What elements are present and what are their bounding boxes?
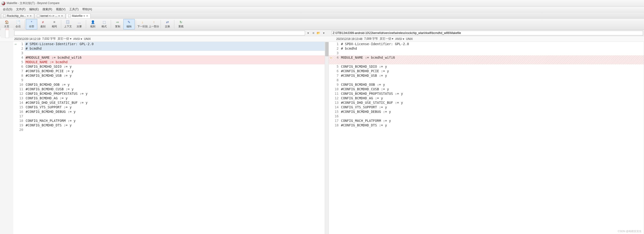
toolbar-差别-button[interactable]: ≠差别 — [37, 19, 49, 30]
toolbar-相同-button[interactable]: =相同 — [49, 19, 60, 30]
code-line[interactable]: 17 — [13, 114, 328, 119]
code-line[interactable]: 7#CONFIG_BCMDHD_USB := y — [329, 73, 644, 78]
code-line[interactable]: 5CONFIG_BCMDHD_SDIO := y — [329, 64, 644, 69]
code-line[interactable]: 6#CONFIG_BCMDHD_PCIE := y — [329, 69, 644, 73]
code-line[interactable]: 17CONFIG_MACH_PLATFORM := y — [329, 119, 644, 123]
close-icon[interactable]: × — [86, 14, 88, 18]
line-marker-icon — [329, 123, 334, 128]
toolbar-复制-button[interactable]: ⇨复制 — [112, 19, 123, 30]
code-text: #CONFIG_BCMDHD_PCIE := y — [25, 69, 328, 73]
code-line[interactable]: 1# SPDX-License-Identifier: GPL-2.0 — [329, 42, 644, 46]
left-encoding-dropdown[interactable]: ANSI ▾ — [73, 37, 82, 41]
code-line[interactable]: 16 — [329, 114, 644, 119]
left-folder-dropdown-icon[interactable]: ▾ — [322, 31, 326, 35]
code-line[interactable]: 12CONFIG_BCMDHD_PROPTXSTATUS := y — [13, 91, 328, 96]
right-encoding-dropdown[interactable]: ANSI ▾ — [395, 37, 404, 41]
toolbar-label: 交换 — [165, 25, 170, 28]
code-line[interactable]: 7#CONFIG_BCMDHD_PCIE := y — [13, 69, 328, 73]
toolbar-上一部分-button[interactable]: ↑上一部分 — [148, 19, 160, 30]
code-text: CONFIG_BCMDHD_AG := y — [25, 96, 328, 101]
menu-item[interactable]: 视图(V) — [54, 7, 67, 12]
toolbar-规则-button[interactable]: 👤规则 — [87, 19, 98, 30]
left-code[interactable]: ⇨1# SPDX-License-Identifier: GPL-2.02# b… — [13, 42, 328, 234]
right-code[interactable]: 1# SPDX-License-Identifier: GPL-2.02# bc… — [329, 42, 644, 234]
code-line[interactable]: 13#CONFIG_DHD_USE_STATIC_BUF := y — [329, 101, 644, 105]
code-line[interactable]: 10#CONFIG_BCMDHD_CUSB := y — [329, 87, 644, 91]
menu-item[interactable]: 文件(F) — [14, 7, 27, 12]
line-marker-icon — [13, 91, 18, 96]
close-icon[interactable]: × — [61, 14, 63, 18]
toolbar-次要-button[interactable]: …次要 — [74, 19, 85, 30]
code-line[interactable]: 9 — [13, 78, 328, 82]
code-text: CONFIG_BCMDHD_PROPTXSTATUS := y — [340, 91, 644, 96]
session-tab[interactable]: Rockchip_An...▾× — [1, 13, 34, 18]
toolbar-下一区段-button[interactable]: ↓下一区段 — [137, 19, 148, 30]
left-extra-dropdown[interactable]: 其它一切 ▾ — [58, 37, 71, 41]
content: ⇨1# SPDX-License-Identifier: GPL-2.02# b… — [0, 42, 644, 234]
tab-dropdown-icon[interactable]: ▾ — [27, 14, 28, 18]
toolbar-格式-button[interactable]: ⬚格式 — [98, 19, 110, 30]
toolbar-上下文-button[interactable]: ⿴上下文 — [62, 19, 74, 30]
toolbar-编辑-button[interactable]: ✎编辑 — [123, 19, 135, 30]
code-line[interactable]: 12CONFIG_BCMDHD_AG := y — [329, 96, 644, 101]
right-path-input[interactable] — [332, 31, 643, 35]
code-line[interactable]: 2# bcmdhd — [329, 46, 644, 51]
menu-item[interactable]: 工具(T) — [67, 7, 80, 12]
left-scrollbar[interactable] — [325, 42, 328, 234]
line-number: 8 — [18, 73, 25, 78]
session-tab[interactable]: Makefile▾× — [66, 13, 90, 18]
menu-item[interactable]: 编辑(E) — [27, 7, 40, 12]
code-line[interactable]: 2# bcmdhd — [13, 46, 328, 51]
code-line[interactable]: 10CONFIG_BCMDHD_OOB := y — [13, 82, 328, 87]
code-line[interactable]: 6CONFIG_BCMDHD_SDIO := y — [13, 64, 328, 69]
code-text — [340, 114, 644, 119]
code-text: MODULE_NAME := bcmdhd_wifi6 — [340, 55, 644, 60]
code-line[interactable]: 4#MODULE_NAME := bcmdhd_wifi6 — [13, 55, 328, 60]
code-line[interactable]: 8 — [329, 78, 644, 82]
tab-dropdown-icon[interactable]: ▾ — [84, 14, 85, 18]
code-line[interactable]: 14CONFIG_VTS_SUPPORT := y — [329, 105, 644, 110]
line-marker-icon — [329, 42, 334, 46]
menu-item[interactable]: 帮助(H) — [80, 7, 94, 12]
tab-dropdown-icon[interactable]: ▾ — [58, 14, 60, 18]
code-line[interactable]: 18CONFIG_MACH_PLATFORM := y — [13, 119, 328, 123]
code-line[interactable]: 11#CONFIG_BCMDHD_CUSB := y — [13, 87, 328, 91]
code-line[interactable]: 14#CONFIG_DHD_USE_STATIC_BUF := y — [13, 101, 328, 105]
code-line[interactable]: 15CONFIG_VTS_SUPPORT := y — [13, 105, 328, 110]
session-tab[interactable]: kernel <--> ...▾× — [35, 13, 66, 18]
menu-item[interactable]: 搜索(R) — [40, 7, 54, 12]
code-line[interactable]: 15#CONFIG_BCMDHD_DEBUG := y — [329, 110, 644, 114]
right-size: 7,009 字节 — [364, 37, 378, 41]
code-line[interactable]: 3 — [329, 51, 644, 55]
code-text: #CONFIG_BCMDHD_USB := y — [25, 73, 328, 78]
toolbar-重载-button[interactable]: ↻重载 — [175, 19, 187, 30]
left-path-input[interactable] — [14, 31, 305, 35]
code-line[interactable]: 19#CONFIG_BCMDHD_DTS := y — [13, 123, 328, 128]
code-line[interactable]: ⇨1# SPDX-License-Identifier: GPL-2.0 — [13, 42, 328, 46]
code-line[interactable]: 13CONFIG_BCMDHD_AG := y — [13, 96, 328, 101]
left-eol: UNIX — [84, 37, 91, 41]
file-icon — [68, 15, 71, 17]
toolbar-label: 会话 — [16, 25, 21, 28]
code-line[interactable]: 20 — [13, 128, 328, 132]
close-icon[interactable]: × — [30, 14, 32, 18]
code-line[interactable]: 5MODULE_NAME := bcmdhd — [13, 60, 328, 64]
code-line[interactable] — [329, 60, 644, 64]
left-open-folder-icon[interactable]: 📂 — [316, 31, 321, 35]
code-line[interactable]: 8#CONFIG_BCMDHD_USB := y — [13, 73, 328, 78]
code-line[interactable]: 16#CONFIG_BCMDHD_DEBUG := y — [13, 110, 328, 114]
diff-thumbnail[interactable] — [5, 29, 9, 38]
toolbar-全部-button[interactable]: *全部 — [26, 19, 37, 30]
swap-paths-icon[interactable]: ⤭ — [311, 31, 316, 35]
toolbar-会话-button[interactable]: 📄会话 — [12, 19, 24, 30]
code-line[interactable]: 18#CONFIG_BCMDHD_DTS := y — [329, 123, 644, 128]
menu-item[interactable]: 会话(S) — [1, 7, 14, 12]
code-line[interactable]: 3 — [13, 51, 328, 55]
code-line[interactable]: ⇦4MODULE_NAME := bcmdhd_wifi6 — [329, 55, 644, 60]
toolbar-交换-button[interactable]: ⇄交换 — [162, 19, 173, 30]
left-path-dropdown-icon[interactable]: ▾ — [306, 31, 310, 35]
line-number: 20 — [18, 128, 25, 132]
code-line[interactable]: 11CONFIG_BCMDHD_PROPTXSTATUS := y — [329, 91, 644, 96]
code-line[interactable]: 9CONFIG_BCMDHD_OOB := y — [329, 82, 644, 87]
right-extra-dropdown[interactable]: 其它一切 ▾ — [380, 37, 393, 41]
